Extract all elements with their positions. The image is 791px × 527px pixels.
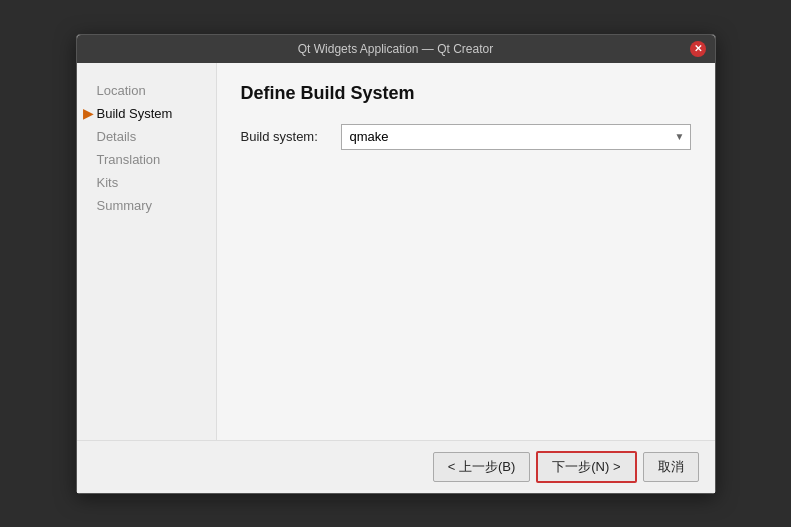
sidebar-item-build-system[interactable]: ▶ Build System — [77, 102, 216, 125]
sidebar-item-location-label: Location — [97, 83, 146, 98]
content-area: ▶ Location ▶ Build System ▶ Details ▶ Tr… — [77, 63, 715, 440]
main-area: Define Build System Build system: qmake … — [217, 63, 715, 440]
footer: < 上一步(B) 下一步(N) > 取消 — [77, 440, 715, 493]
cancel-button[interactable]: 取消 — [643, 452, 699, 482]
close-button[interactable]: ✕ — [690, 41, 706, 57]
build-system-row: Build system: qmake CMake Qbs ▼ — [241, 124, 691, 150]
build-system-select-wrapper: qmake CMake Qbs ▼ — [341, 124, 691, 150]
page-title: Define Build System — [241, 83, 691, 104]
sidebar-item-location[interactable]: ▶ Location — [77, 79, 216, 102]
sidebar-item-build-system-label: Build System — [97, 106, 173, 121]
titlebar-spacer-right: ✕ — [499, 41, 706, 57]
sidebar-item-details[interactable]: ▶ Details — [77, 125, 216, 148]
main-window: Qt Widgets Application — Qt Creator ✕ ▶ … — [76, 34, 716, 494]
next-button[interactable]: 下一步(N) > — [536, 451, 636, 483]
titlebar: Qt Widgets Application — Qt Creator ✕ — [77, 35, 715, 63]
window-title: Qt Widgets Application — Qt Creator — [292, 42, 499, 56]
sidebar-item-details-label: Details — [97, 129, 137, 144]
sidebar-item-kits-label: Kits — [97, 175, 119, 190]
sidebar: ▶ Location ▶ Build System ▶ Details ▶ Tr… — [77, 63, 217, 440]
back-button[interactable]: < 上一步(B) — [433, 452, 531, 482]
sidebar-item-summary-label: Summary — [97, 198, 153, 213]
sidebar-item-translation[interactable]: ▶ Translation — [77, 148, 216, 171]
sidebar-item-translation-label: Translation — [97, 152, 161, 167]
build-system-label: Build system: — [241, 129, 331, 144]
active-arrow: ▶ — [83, 105, 94, 121]
sidebar-item-kits[interactable]: ▶ Kits — [77, 171, 216, 194]
build-system-select[interactable]: qmake CMake Qbs — [341, 124, 691, 150]
sidebar-item-summary[interactable]: ▶ Summary — [77, 194, 216, 217]
